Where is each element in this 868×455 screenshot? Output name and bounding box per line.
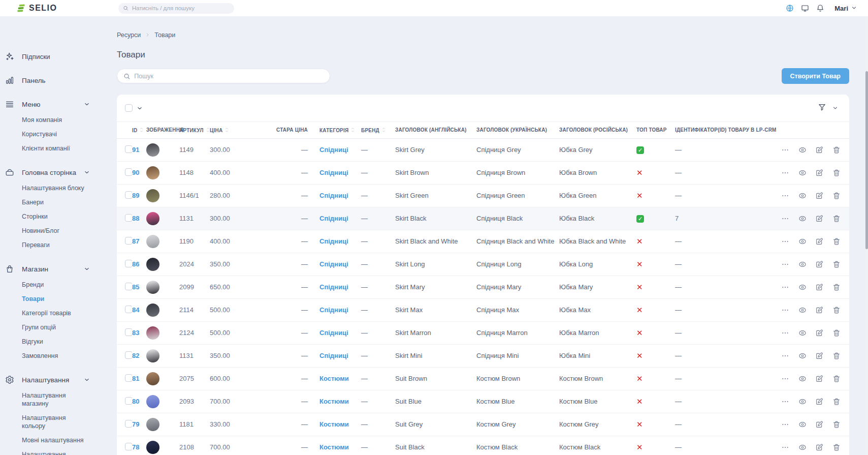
column-header[interactable]: КАТЕГОРІЯ [312, 122, 353, 138]
row-checkbox[interactable] [125, 306, 132, 313]
category-link[interactable]: Костюми [319, 420, 349, 428]
chevron-down-icon[interactable] [832, 104, 838, 113]
category-link[interactable]: Спідниці [319, 215, 348, 222]
row-id-link[interactable]: 86 [132, 260, 139, 268]
sidebar-subitem[interactable]: Бренди [22, 278, 90, 292]
sidebar-subitem[interactable]: Мовні налаштування [22, 433, 90, 447]
delete-icon[interactable] [832, 169, 841, 177]
more-actions-icon[interactable] [781, 352, 789, 360]
sidebar-subitem[interactable]: Налаштування сторінки оформлення замовле… [22, 447, 90, 455]
more-actions-icon[interactable] [781, 260, 789, 268]
sidebar-subitem[interactable]: Групи опцій [22, 320, 90, 335]
view-icon[interactable] [798, 306, 807, 314]
more-actions-icon[interactable] [781, 306, 789, 314]
more-actions-icon[interactable] [781, 283, 789, 291]
row-checkbox[interactable] [125, 443, 132, 450]
sidebar-subitem[interactable]: Переваги [22, 238, 90, 252]
chevron-down-icon[interactable] [84, 377, 90, 383]
edit-icon[interactable] [815, 329, 823, 337]
column-header[interactable]: АРТИКУЛ [179, 122, 210, 138]
product-image[interactable] [146, 304, 159, 317]
row-checkbox[interactable] [125, 237, 132, 245]
more-actions-icon[interactable] [781, 398, 789, 406]
delete-icon[interactable] [832, 260, 841, 268]
view-icon[interactable] [798, 215, 807, 223]
row-checkbox[interactable] [125, 191, 132, 199]
product-image[interactable] [146, 166, 159, 179]
row-id-link[interactable]: 90 [132, 169, 139, 176]
more-actions-icon[interactable] [781, 146, 789, 154]
sidebar-subitem[interactable]: Замовлення [22, 349, 90, 363]
product-image[interactable] [146, 235, 159, 248]
sidebar-subitem[interactable]: Користувачі [22, 127, 90, 141]
sidebar-subitem[interactable]: Налаштування кольору [22, 411, 90, 433]
edit-icon[interactable] [815, 443, 823, 451]
delete-icon[interactable] [832, 237, 841, 246]
row-checkbox[interactable] [125, 328, 132, 336]
more-actions-icon[interactable] [781, 215, 789, 223]
product-image[interactable] [146, 372, 159, 385]
row-id-link[interactable]: 81 [132, 375, 139, 382]
view-icon[interactable] [798, 260, 807, 268]
row-checkbox[interactable] [125, 214, 132, 222]
sidebar-item[interactable]: Підписки [5, 49, 90, 64]
delete-icon[interactable] [832, 306, 841, 314]
product-image[interactable] [146, 189, 159, 202]
edit-icon[interactable] [815, 146, 823, 154]
sidebar-item[interactable]: Налаштування [5, 373, 90, 387]
view-icon[interactable] [798, 237, 807, 246]
breadcrumb-item[interactable]: Ресурси [117, 32, 141, 39]
delete-icon[interactable] [832, 329, 841, 337]
sort-icon[interactable] [381, 127, 386, 133]
sidebar-subitem[interactable]: Налаштування магазину [22, 388, 90, 411]
category-link[interactable]: Спідниці [319, 352, 348, 359]
more-actions-icon[interactable] [781, 192, 789, 200]
more-actions-icon[interactable] [781, 329, 789, 337]
view-icon[interactable] [798, 169, 807, 177]
logo[interactable]: SELIO [0, 4, 107, 13]
edit-icon[interactable] [815, 306, 823, 314]
view-icon[interactable] [798, 192, 807, 200]
delete-icon[interactable] [832, 443, 841, 451]
category-link[interactable]: Спідниці [319, 237, 348, 245]
sidebar-item[interactable]: Меню [5, 97, 90, 111]
category-link[interactable]: Спідниці [319, 146, 348, 154]
bell-icon[interactable] [816, 4, 824, 12]
row-id-link[interactable]: 83 [132, 329, 139, 337]
filter-icon[interactable] [818, 103, 826, 113]
edit-icon[interactable] [815, 398, 823, 406]
edit-icon[interactable] [815, 237, 823, 246]
category-link[interactable]: Костюми [319, 443, 349, 451]
edit-icon[interactable] [815, 420, 823, 429]
product-image[interactable] [146, 418, 159, 431]
row-id-link[interactable]: 85 [132, 283, 139, 291]
row-checkbox[interactable] [125, 145, 132, 153]
view-icon[interactable] [798, 329, 807, 337]
product-image[interactable] [146, 281, 159, 294]
row-checkbox[interactable] [125, 168, 132, 176]
row-id-link[interactable]: 80 [132, 398, 139, 405]
category-link[interactable]: Спідниці [319, 329, 348, 337]
view-icon[interactable] [798, 375, 807, 383]
sidebar-subitem[interactable]: Клієнти компанії [22, 141, 90, 156]
row-checkbox[interactable] [125, 374, 132, 382]
product-image[interactable] [146, 326, 159, 340]
product-image[interactable] [146, 349, 159, 362]
row-checkbox[interactable] [125, 397, 132, 405]
edit-icon[interactable] [815, 283, 823, 291]
sidebar-subitem[interactable]: Новини/Блог [22, 224, 90, 238]
view-icon[interactable] [798, 146, 807, 154]
column-header[interactable]: ЦІНА [210, 122, 235, 138]
edit-icon[interactable] [815, 169, 823, 177]
row-id-link[interactable]: 78 [132, 443, 139, 451]
sidebar-subitem[interactable]: Товари [22, 292, 90, 306]
more-actions-icon[interactable] [781, 375, 789, 383]
category-link[interactable]: Спідниці [319, 260, 348, 268]
chevron-down-icon[interactable] [84, 169, 90, 175]
more-actions-icon[interactable] [781, 169, 789, 177]
chevron-down-icon[interactable] [84, 266, 90, 272]
edit-icon[interactable] [815, 352, 823, 360]
delete-icon[interactable] [832, 420, 841, 429]
product-image[interactable] [146, 212, 159, 225]
scrollbar-thumb[interactable] [865, 71, 868, 249]
